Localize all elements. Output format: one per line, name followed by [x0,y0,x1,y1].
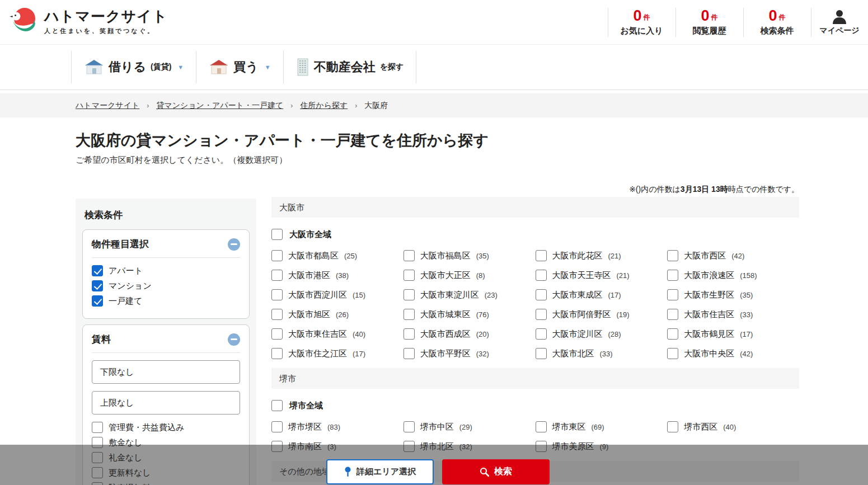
checkbox[interactable] [403,289,415,300]
checkbox[interactable] [667,270,678,281]
logo-text: ハトマークサイト 人と住まいを、笑顔でつなぐ。 [44,9,167,35]
ward-count: 15 [353,291,365,299]
checkbox[interactable] [536,289,547,300]
ward-checkbox-item[interactable]: 大阪市西成区 20 [403,327,536,341]
ward-checkbox-item[interactable]: 大阪市此花区 21 [536,249,668,262]
filter-checkbox-item[interactable]: 一戸建て [92,295,240,307]
ward-checkbox-item[interactable]: 大阪市西区 42 [667,249,799,262]
ward-count: 21 [617,271,630,280]
rent-max-select[interactable]: 上限なし [92,391,240,415]
ward-checkbox-item[interactable]: 大阪市浪速区 158 [667,269,799,282]
checkbox[interactable] [271,250,283,261]
counter-value-row: 0 件 [701,8,717,23]
filter-checkbox-item[interactable]: 管理費・共益費込み [92,422,240,433]
site-logo[interactable]: ハトマークサイト 人と住まいを、笑顔でつなぐ。 [0,7,167,38]
ward-label: 大阪市西成区 [420,329,471,340]
header-counter[interactable]: 0 件 お気に入り [608,0,675,44]
nav-rent[interactable]: 借りる (賃貸) ▼ [72,59,196,76]
checkbox[interactable] [271,328,283,340]
ward-checkbox-item[interactable]: 堺市堺区 83 [271,420,403,434]
minus-icon[interactable] [228,333,240,346]
checkbox[interactable] [536,250,547,261]
ward-checkbox-item[interactable]: 大阪市天王寺区 21 [536,269,668,282]
checkbox[interactable] [536,421,547,432]
checkbox[interactable] [667,250,678,261]
ward-checkbox-item[interactable]: 大阪市大正区 8 [403,269,536,282]
ward-checkbox-item[interactable]: 大阪市港区 38 [271,269,403,282]
checkbox[interactable] [271,400,283,411]
checkbox[interactable] [92,422,103,433]
checkbox[interactable] [667,309,678,320]
checkbox[interactable] [536,309,547,320]
search-button[interactable]: 検索 [442,459,550,484]
checkbox[interactable] [271,421,283,432]
checkbox[interactable] [536,270,547,281]
area-selection-main: 大阪市 大阪市全域 大阪市都島区 25 大阪市福島区 35 大阪市此花区 21 … [271,197,799,482]
breadcrumb-link[interactable]: 大阪府 [364,101,388,111]
map-pin-icon [344,467,351,477]
ward-label: 大阪市港区 [288,270,330,281]
breadcrumb-link[interactable]: ハトマークサイト [76,101,139,111]
checkbox[interactable] [403,250,415,261]
breadcrumb-link[interactable]: 貸マンション・アパート・一戸建て [156,101,283,111]
ward-checkbox-item[interactable]: 大阪市城東区 76 [403,308,536,321]
ward-checkbox-item[interactable]: 大阪市西淀川区 15 [271,288,403,302]
ward-checkbox-item[interactable]: 大阪市東淀川区 23 [403,288,536,302]
filter-checkbox-item[interactable]: アパート [92,265,240,276]
nav-company[interactable]: 不動産会社 を探す [284,58,416,77]
ward-checkbox-item[interactable]: 大阪市東成区 17 [536,288,668,302]
checkbox[interactable] [667,289,678,300]
nav-buy[interactable]: 買う ▼ [196,59,283,76]
ward-checkbox-item[interactable]: 堺市中区 29 [403,420,536,434]
ward-checkbox-item[interactable]: 大阪市鶴見区 17 [667,327,799,341]
minus-icon[interactable] [228,238,240,251]
property-type-options: アパート マンション 一戸建て [92,265,240,307]
ward-checkbox-item[interactable]: 大阪市生野区 35 [667,288,799,302]
detail-area-button[interactable]: 詳細エリア選択 [326,459,434,484]
checkbox[interactable] [271,348,283,359]
checkbox[interactable] [92,265,103,276]
checkbox[interactable] [271,229,283,240]
header-counter[interactable]: 0 件 閲覧履歴 [675,0,743,44]
sakai-all-checkbox[interactable]: 堺市全域 [271,400,799,411]
checkbox[interactable] [403,348,415,359]
checkbox[interactable] [271,309,283,320]
ward-label: 大阪市旭区 [288,309,330,320]
checkbox[interactable] [667,421,678,432]
checkbox[interactable] [92,280,103,291]
checkbox[interactable] [271,270,283,281]
checkbox[interactable] [92,295,103,307]
osaka-all-checkbox[interactable]: 大阪市全域 [271,229,799,240]
checkbox[interactable] [536,348,547,359]
ward-label: 大阪市大正区 [420,270,471,281]
ward-checkbox-item[interactable]: 大阪市旭区 26 [271,308,403,321]
checkbox[interactable] [403,309,415,320]
counter-value-row: 0 件 [768,8,785,23]
filter-checkbox-item[interactable]: マンション [92,280,240,291]
ward-checkbox-item[interactable]: 大阪市住吉区 33 [667,308,799,321]
note-prefix: ※()内の件数は [629,185,681,194]
checkbox[interactable] [667,348,678,359]
ward-checkbox-item[interactable]: 大阪市東住吉区 40 [271,327,403,341]
mypage-button[interactable]: マイページ [811,0,868,44]
ward-checkbox-item[interactable]: 大阪市平野区 32 [403,347,536,360]
checkbox[interactable] [667,328,678,340]
checkbox[interactable] [536,328,547,340]
rent-min-select[interactable]: 下限なし [92,360,240,384]
header-counter[interactable]: 0 件 検索条件 [743,0,811,44]
ward-checkbox-item[interactable]: 大阪市中央区 42 [667,347,799,360]
ward-checkbox-item[interactable]: 大阪市福島区 35 [403,249,536,262]
ward-checkbox-item[interactable]: 大阪市都島区 25 [271,249,403,262]
ward-checkbox-item[interactable]: 大阪市住之江区 17 [271,347,403,360]
ward-checkbox-item[interactable]: 大阪市阿倍野区 19 [536,308,668,321]
checkbox[interactable] [403,328,415,340]
checkbox[interactable] [403,270,415,281]
ward-checkbox-item[interactable]: 堺市西区 40 [667,420,799,434]
nav-rent-sub: (賃貸) [151,62,171,72]
ward-checkbox-item[interactable]: 大阪市北区 33 [536,347,668,360]
checkbox[interactable] [271,289,283,300]
ward-checkbox-item[interactable]: 堺市東区 69 [536,420,668,434]
breadcrumb-link[interactable]: 住所から探す [300,101,348,111]
checkbox[interactable] [403,421,415,432]
ward-checkbox-item[interactable]: 大阪市淀川区 28 [536,327,668,341]
